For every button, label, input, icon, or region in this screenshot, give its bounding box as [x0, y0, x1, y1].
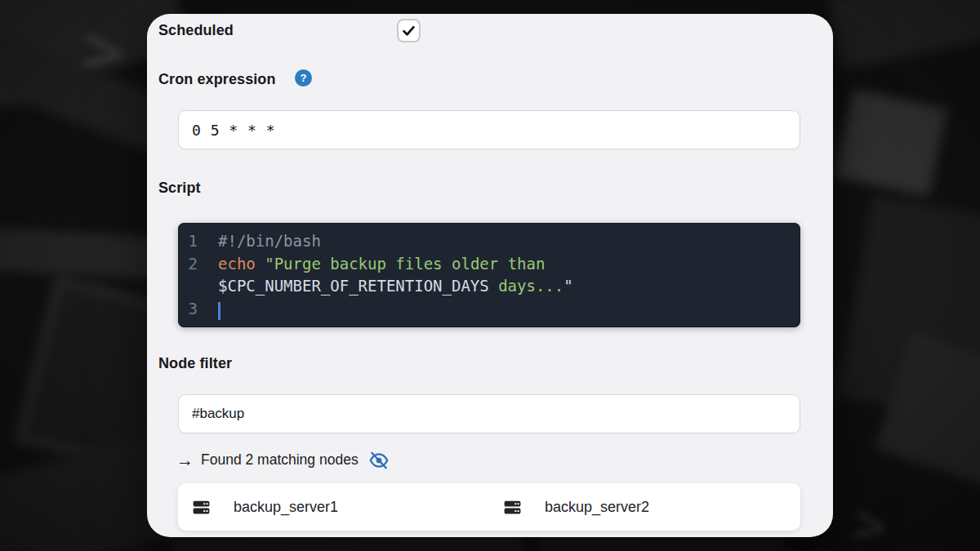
arrow-right-icon: →: [176, 451, 194, 469]
node-filter-input[interactable]: [178, 394, 800, 433]
text-cursor: [218, 302, 220, 320]
line-number: 1: [178, 230, 198, 253]
node-name: backup_server1: [234, 499, 338, 516]
node-filter-label: Node filter: [158, 355, 232, 372]
line-number: 2: [178, 253, 198, 276]
matching-nodes-panel: backup_server1 backup_server2: [178, 483, 800, 531]
schedule-form-card: Scheduled Cron expression ? Script 1#!/b…: [147, 14, 833, 537]
script-label: Script: [158, 180, 201, 197]
code-text: [218, 298, 789, 321]
screen: > > Scheduled Cron expression ? Script 1…: [0, 0, 980, 551]
line-number: 3: [178, 298, 198, 321]
server-icon: [191, 497, 212, 518]
cron-expression-label: Cron expression: [158, 71, 276, 88]
match-result-row: → Found 2 matching nodes: [176, 449, 390, 471]
check-icon: [401, 23, 416, 38]
code-line: 3: [178, 298, 789, 321]
code-text: #!/bin/bash: [218, 230, 789, 253]
match-result-text: Found 2 matching nodes: [201, 451, 359, 469]
node-item[interactable]: backup_server2: [489, 497, 800, 518]
code-line: 1#!/bin/bash: [178, 230, 789, 253]
help-icon[interactable]: ?: [295, 69, 312, 87]
node-name: backup_server2: [545, 499, 649, 516]
node-item[interactable]: backup_server1: [178, 497, 489, 518]
script-editor[interactable]: 1#!/bin/bash2echo "Purge backup files ol…: [178, 223, 800, 327]
cron-expression-input[interactable]: [178, 110, 800, 149]
scheduled-checkbox[interactable]: [397, 19, 421, 42]
code-line: 2echo "Purge backup files older than $CP…: [178, 253, 789, 298]
eye-off-icon[interactable]: [368, 449, 390, 471]
server-icon: [502, 497, 523, 518]
scheduled-label: Scheduled: [158, 22, 234, 39]
code-text: echo "Purge backup files older than $CPC…: [218, 253, 789, 298]
